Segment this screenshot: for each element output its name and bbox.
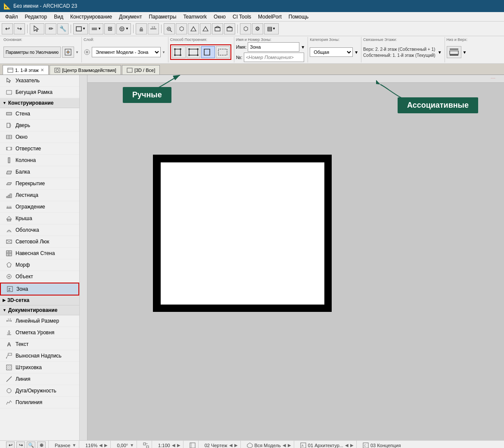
- section-btn[interactable]: [188, 23, 199, 34]
- status-angle-expand[interactable]: ▼: [130, 443, 134, 448]
- magic-wand-button[interactable]: 🔧: [57, 23, 68, 34]
- sidebar-item-obolochka[interactable]: Оболочка: [0, 224, 79, 236]
- section-btn4[interactable]: [224, 23, 235, 34]
- settings-button[interactable]: ⚙: [252, 23, 263, 34]
- layer-dropdown[interactable]: Элемент Модели - Зона: [92, 47, 161, 57]
- menu-modelport[interactable]: ModelPort: [255, 13, 285, 21]
- sidebar-item-otverstie[interactable]: Отверстие: [0, 143, 79, 155]
- sidebar-item-stena[interactable]: Стена: [0, 108, 79, 120]
- grid-button[interactable]: ⊞: [104, 23, 115, 34]
- sidebar-item-running-frame[interactable]: Бегущая Рамка: [0, 87, 79, 98]
- build-btn-assoc-poly[interactable]: [201, 46, 215, 58]
- status-arch-prev[interactable]: ◀: [345, 443, 348, 448]
- tab-center[interactable]: [Центр Взаимодействия]: [50, 65, 121, 75]
- status-zoom-next[interactable]: ▶: [104, 443, 108, 448]
- sidebar-item-liniya[interactable]: Линия: [0, 373, 79, 385]
- sidebar-item-navstena[interactable]: Навесная Стена: [0, 248, 79, 259]
- status-zoom-section: 116% ◀ ▶: [83, 441, 111, 448]
- layers-button[interactable]: ▤ ▼: [264, 23, 279, 34]
- status-model-next[interactable]: ▶: [288, 443, 291, 448]
- sidebar-item-3d-setka[interactable]: ▶ 3D-сетка: [0, 296, 79, 305]
- menu-file[interactable]: Файл: [2, 13, 22, 21]
- drawing-box-inner: [161, 162, 324, 305]
- basic-icon-button[interactable]: [62, 47, 74, 58]
- sidebar-item-tekst[interactable]: A Текст: [0, 339, 79, 350]
- status-redo-btn[interactable]: ↪: [16, 442, 25, 448]
- status-fit-btn[interactable]: ⊕: [37, 442, 46, 448]
- sidebar-item-krysha[interactable]: Крыша: [0, 213, 79, 224]
- sidebar-item-zona[interactable]: Z Зона: [0, 283, 79, 296]
- redo-button[interactable]: ↪: [14, 23, 25, 34]
- sidebar-item-dver[interactable]: Дверь: [0, 120, 79, 131]
- sidebar-item-obekt[interactable]: Объект: [0, 271, 79, 283]
- status-scale-next[interactable]: ▶: [177, 443, 180, 448]
- lock-button[interactable]: [136, 23, 147, 34]
- tab-3d[interactable]: [3D / Все]: [122, 65, 160, 75]
- sidebar-item-kolonna[interactable]: Колонна: [0, 155, 79, 166]
- menu-editor[interactable]: Редактор: [22, 13, 51, 21]
- build-btn-manual-rect[interactable]: [187, 46, 200, 58]
- zoom-button[interactable]: [164, 23, 175, 34]
- menu-help[interactable]: Помощь: [285, 13, 312, 21]
- orbit-button[interactable]: ⬡: [176, 23, 187, 34]
- status-drawing-prev[interactable]: ◀: [229, 443, 233, 448]
- sidebar-item-poliliniya[interactable]: Полилиния: [0, 397, 79, 408]
- top-bottom-btn[interactable]: [447, 46, 461, 58]
- sidebar-section-konstruirovanie[interactable]: ▼ Конструирование: [0, 98, 79, 108]
- rect-button[interactable]: ▼: [73, 23, 88, 34]
- sidebar-item-linrazmer[interactable]: 1.2 Линейный Размер: [0, 315, 79, 327]
- build-btn-assoc-rect[interactable]: [216, 46, 230, 58]
- wall-tool[interactable]: ▼: [89, 23, 103, 34]
- tab-floor-1-close[interactable]: ✕: [40, 68, 44, 72]
- obolochka-icon: [5, 226, 13, 234]
- build-btn-manual-poly[interactable]: [172, 46, 186, 58]
- sidebar-item-otmetka[interactable]: 1.2 Отметка Уровня: [0, 327, 79, 339]
- menu-construct[interactable]: Конструирование: [67, 13, 115, 21]
- section-btn3[interactable]: [212, 23, 223, 34]
- menu-teamwork[interactable]: Teamwork: [180, 13, 210, 21]
- canvas-area[interactable]: ···· Ручные Ассоциативные: [80, 75, 504, 440]
- status-zoom-out-btn[interactable]: 🔍: [27, 442, 35, 448]
- undo-button[interactable]: ↩: [2, 23, 13, 34]
- menu-citools[interactable]: CI Tools: [229, 13, 255, 21]
- section-btn2[interactable]: [200, 23, 211, 34]
- okno-icon: [5, 133, 13, 141]
- status-scale-prev[interactable]: ◀: [172, 443, 175, 448]
- menu-window[interactable]: Окно: [210, 13, 229, 21]
- status-arch-next[interactable]: ▶: [350, 443, 354, 448]
- sidebar-item-duga[interactable]: Дуга/Окружность: [0, 385, 79, 397]
- zone-category-dropdown[interactable]: Общая: [310, 47, 353, 57]
- sidebar-item-svetlyuk[interactable]: Световой Люк: [0, 236, 79, 248]
- sidebar-section-dokumentirovanie[interactable]: ▼ Документирование: [0, 305, 79, 315]
- sidebar-item-vynosnaya[interactable]: Выносная Надпись: [0, 350, 79, 362]
- default-params-button[interactable]: Параметры по Умолчанию: [3, 47, 61, 58]
- measure-button[interactable]: 1:5: [148, 23, 159, 34]
- status-zoom-prev[interactable]: ◀: [99, 443, 103, 448]
- sidebar-item-shtrihovka[interactable]: Штриховка: [0, 362, 79, 373]
- sidebar-item-pointer[interactable]: Указатель: [0, 75, 79, 87]
- zone-num-input[interactable]: [244, 53, 304, 62]
- sidebar-item-lestnica[interactable]: Лестница: [0, 190, 79, 201]
- status-section-expand[interactable]: ▼: [72, 443, 76, 448]
- edit-button[interactable]: ✏: [45, 23, 56, 34]
- select-button[interactable]: [30, 23, 44, 34]
- category-dropdown-btn[interactable]: ▼: [354, 50, 358, 55]
- sidebar-item-morf[interactable]: Морф: [0, 259, 79, 271]
- status-drawing-next[interactable]: ▶: [234, 443, 238, 448]
- sidebar-item-ograzdenie[interactable]: Ограждение: [0, 201, 79, 213]
- status-model-prev[interactable]: ◀: [283, 443, 286, 448]
- snap-button[interactable]: ▼: [116, 23, 131, 34]
- top-bottom-dropdown-btn[interactable]: ▼: [463, 50, 467, 55]
- render-button[interactable]: ⬡: [240, 23, 251, 34]
- floors-dropdown-btn[interactable]: ▼: [438, 50, 442, 55]
- zone-name-input[interactable]: [248, 42, 299, 52]
- sidebar-item-perekrytie[interactable]: Перекрытие: [0, 178, 79, 190]
- sidebar-item-okno[interactable]: Окно: [0, 131, 79, 143]
- menu-document[interactable]: Документ: [115, 13, 145, 21]
- sidebar-item-balka[interactable]: Балка: [0, 166, 79, 178]
- menu-params[interactable]: Параметры: [145, 13, 180, 21]
- name-dropdown-btn[interactable]: ▼: [301, 45, 305, 50]
- status-undo-btn[interactable]: ↩: [6, 442, 15, 448]
- tab-floor-1[interactable]: 1. 1-й этаж ✕: [3, 65, 49, 75]
- menu-view[interactable]: Вид: [50, 13, 67, 21]
